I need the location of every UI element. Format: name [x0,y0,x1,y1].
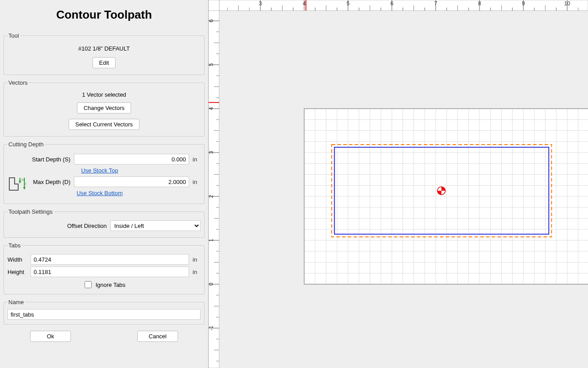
vectors-legend: Vectors [8,79,28,86]
tool-group: Tool #102 1/8" DEFAULT Edit [4,32,205,75]
ruler-y-label: 6 [209,19,214,22]
toolpath-name-input[interactable] [8,309,201,320]
ruler-y-label: -1 [209,325,214,330]
origin-marker-icon [437,187,445,195]
ignore-tabs-checkbox[interactable] [85,281,92,288]
use-stock-top-link[interactable]: Use Stock Top [81,167,118,174]
name-legend: Name [8,299,25,305]
tabs-height-label: Height [8,269,27,275]
svg-rect-7 [209,0,219,11]
tabs-group: Tabs Width in Height in Ignore Tabs [4,242,205,294]
ruler-x-label: 3 [259,0,262,7]
ruler-x-label: 8 [478,0,481,7]
name-group: Name [4,299,205,325]
toolpath-settings-group: Toolpath Settings Offset Direction Insid… [4,208,205,238]
ruler-x-label: 9 [522,0,525,7]
max-depth-label: Max Depth (D) [33,179,70,185]
edit-tool-button[interactable]: Edit [93,57,116,68]
ruler-x-label: 10 [564,0,570,7]
cutting-depth-legend: Cutting Depth [8,141,45,148]
ruler-y-label: 3 [209,151,214,154]
tabs-width-input[interactable] [31,254,189,265]
ruler-y-label: 4 [209,107,214,110]
tool-legend: Tool [8,32,20,39]
offset-direction-select[interactable]: Inside / Left [110,220,201,231]
ruler-x-label: 7 [434,0,437,7]
ruler-x-label: 4 [303,0,306,7]
vectors-status: 1 Vector selected [8,91,201,98]
ruler-y-label: 5 [209,63,214,66]
tabs-height-unit: in [193,269,201,275]
ruler-y-label: 1 [209,239,214,242]
ruler-x-label: 5 [347,0,350,7]
svg-marker-4 [23,187,26,189]
cancel-button[interactable]: Cancel [137,331,178,342]
start-depth-unit: in [193,156,201,163]
page-title: Contour Toolpath [4,8,205,22]
settings-panel: Contour Toolpath Tool #102 1/8" DEFAULT … [0,0,209,368]
tool-name-label: #102 1/8" DEFAULT [8,45,201,52]
tabs-width-label: Width [8,256,27,263]
tabs-legend: Tabs [8,242,21,249]
ruler-horizontal [209,0,588,11]
toolpath-settings-legend: Toolpath Settings [8,208,54,215]
select-current-vectors-button[interactable]: Select Current Vectors [69,119,139,130]
change-vectors-button[interactable]: Change Vectors [77,102,132,114]
use-stock-bottom-link[interactable]: Use Stock Bottom [77,190,123,196]
start-depth-label: Start Depth (S) [32,156,70,163]
vectors-group: Vectors 1 Vector selected Change Vectors… [4,79,205,137]
ok-button[interactable]: Ok [30,331,71,342]
tabs-width-unit: in [193,256,201,263]
max-depth-unit: in [193,179,201,185]
tabs-height-input[interactable] [31,266,189,277]
ruler-vertical [209,0,219,368]
ruler-x-label: 6 [391,0,394,7]
depth-diagram-icon: S D [8,175,26,193]
svg-text:S: S [21,178,23,182]
start-depth-input[interactable] [74,154,189,164]
cutting-depth-group: Cutting Depth S D Start Depth (S) in Use… [4,141,205,204]
drawing-canvas[interactable]: 3456789106543210-1 [209,0,588,368]
ignore-tabs-label: Ignore Tabs [96,282,126,288]
svg-text:D: D [25,182,26,186]
ruler-y-label: 0 [209,282,214,286]
offset-direction-label: Offset Direction [67,223,107,229]
ruler-y-label: 2 [209,195,214,198]
max-depth-input[interactable] [74,176,189,187]
